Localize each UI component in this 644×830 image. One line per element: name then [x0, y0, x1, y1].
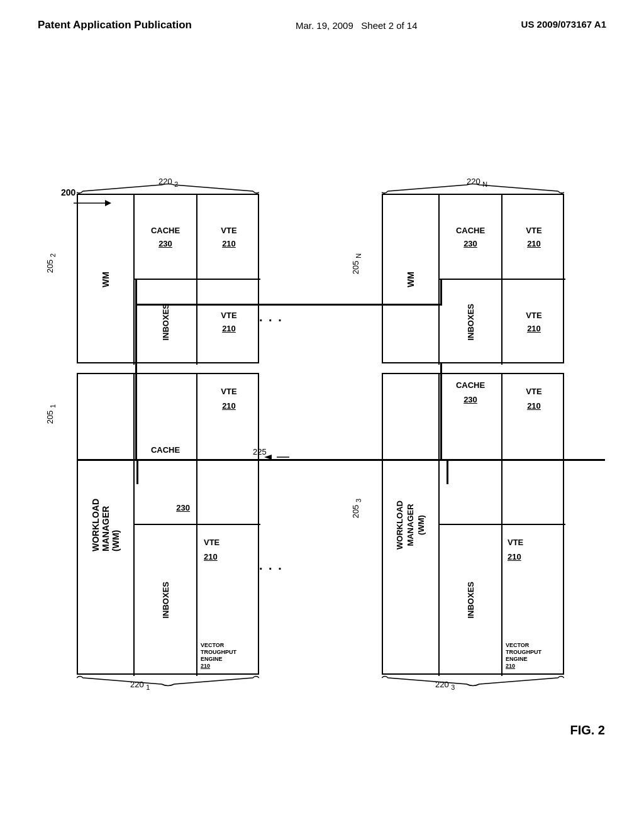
- vte-ref-1-bot: 210: [204, 552, 218, 562]
- bus-connector-left: [136, 459, 138, 484]
- cache-cell-2: CACHE 230: [135, 195, 197, 280]
- top-half-N-top: CACHE 230 VTE 210: [440, 195, 565, 280]
- patent-number: US 2009/073167 A1: [521, 19, 606, 30]
- cache-label-2: CACHE: [151, 226, 180, 235]
- cache-ref-3: 230: [464, 395, 477, 404]
- vte-label-2-top: VTE: [221, 226, 236, 235]
- wm-label-N-top: WM: [406, 272, 416, 287]
- bottom-half-2: INBOXES VTE 210: [135, 280, 260, 365]
- right-section-1: CACHE 230 VTE 210 INBOXES VTE 210: [135, 374, 260, 676]
- right-section-N-top: CACHE 230 VTE 210 INBOXES VTE 210: [440, 195, 565, 365]
- vte-cell-N-top-r2: VTE 210: [502, 280, 565, 365]
- box-220-2: WM CACHE 230 VTE 210 INBOXES: [77, 194, 259, 363]
- label-205-3: 205 3: [351, 499, 362, 518]
- label-200: 200: [61, 187, 75, 197]
- vte-cell-2-top: VTE 210: [197, 195, 260, 280]
- vte-label-2-bot: VTE: [221, 311, 236, 320]
- vte-ref-N-top-r2: 210: [527, 324, 541, 333]
- bottom-half-N-top: INBOXES VTE 210: [440, 280, 565, 365]
- brace-220-3: [382, 675, 564, 687]
- vte-cell-N-top-r: VTE 210: [502, 195, 565, 280]
- brace-220-1: [77, 675, 259, 687]
- vte-ref-N-top-r: 210: [527, 239, 541, 248]
- vte-ref-1-top: 210: [222, 401, 236, 411]
- label-205-N: 205 N: [351, 253, 362, 274]
- dots-middle-2: · · ·: [259, 562, 283, 576]
- vte-cell-2-bot: VTE 210: [197, 280, 260, 365]
- top-half-2: CACHE 230 VTE 210: [135, 195, 260, 280]
- vte-cell-3-bot: VTE 210 VECTORTROUGHPUTENGINE210: [502, 525, 565, 676]
- svg-marker-3: [264, 455, 272, 460]
- vte-label-1-top: VTE: [221, 387, 236, 396]
- inboxes-label-2: INBOXES: [161, 304, 170, 341]
- vte-cell-3-top: VTE 210: [502, 374, 565, 525]
- top-half-3: CACHE 230 VTE 210: [440, 374, 565, 525]
- wm-column-1: WORKLOADMANAGER(WM): [78, 374, 135, 676]
- cache-label-N-top: CACHE: [456, 226, 485, 235]
- cache-ref-1: 230: [176, 503, 190, 512]
- vte-ref-2-top: 210: [222, 239, 236, 248]
- cache-ref-N-top: 230: [464, 239, 477, 248]
- cache-cell-3: CACHE 230: [440, 374, 502, 525]
- diagram-area: FIG. 2 205 1 200 WORKLOADMANAGER(WM) CAC…: [39, 71, 605, 763]
- box-220-1: WORKLOADMANAGER(WM) CACHE 230 VTE 210: [77, 373, 259, 675]
- cache-cell-1: CACHE 230: [135, 374, 197, 525]
- bus-vert-left-1: [135, 304, 137, 461]
- cache-cell-N-top: CACHE 230: [440, 195, 502, 280]
- top-half-1: CACHE 230 VTE 210: [135, 374, 260, 525]
- wm-column-N-top: WM: [383, 195, 440, 365]
- vte-cell-1-top: VTE 210: [197, 374, 260, 525]
- brace-220-N-top: [382, 183, 564, 194]
- right-section-3: CACHE 230 VTE 210 INBOXES VTE 210 VECTOR…: [440, 374, 565, 676]
- vte-full-label-1: VECTORTROUGHPUTENGINE210: [201, 642, 236, 669]
- box-220-N-top: WM CACHE 230 VTE 210 INBOXES VTE: [382, 194, 564, 363]
- inboxes-label-3: INBOXES: [466, 582, 475, 619]
- label-205-1: 205 1: [45, 404, 57, 424]
- page-header: Patent Application Publication Mar. 19, …: [0, 0, 644, 33]
- vte-cell-1-bot: VTE 210 VECTORTROUGHPUTENGINE210: [197, 525, 260, 676]
- fig-label: FIG. 2: [570, 723, 605, 738]
- top-bus-line: [135, 304, 442, 306]
- bottom-half-3: INBOXES VTE 210 VECTORTROUGHPUTENGINE210: [440, 525, 565, 676]
- brace-220-2: [77, 183, 259, 194]
- vte-label-3-bot: VTE: [508, 538, 523, 547]
- sheet-info: Mar. 19, 2009 Sheet 2 of 14: [296, 19, 418, 33]
- vte-label-N-top-r: VTE: [526, 226, 541, 235]
- conn-220-2-bus: [135, 280, 137, 305]
- inboxes-cell-1: INBOXES: [135, 525, 197, 676]
- inboxes-cell-2: INBOXES: [135, 280, 197, 365]
- inboxes-cell-N-top: INBOXES: [440, 280, 502, 365]
- dots-middle: · · ·: [259, 313, 283, 328]
- vte-ref-2-bot: 210: [222, 324, 236, 333]
- vte-label-3-top: VTE: [526, 387, 541, 396]
- arrow-225: [258, 453, 289, 462]
- conn-220-N-bus: [440, 280, 442, 305]
- vte-ref-3-top: 210: [527, 401, 541, 411]
- cache-label-1: CACHE: [151, 445, 180, 454]
- wm-column-3: WORKLOADMANAGER(WM): [383, 374, 440, 676]
- vte-ref-3-bot: 210: [508, 552, 521, 562]
- label-205-2: 205 2: [45, 253, 57, 273]
- wm-label-2: WM: [101, 272, 111, 287]
- inboxes-label-1: INBOXES: [161, 582, 170, 619]
- wm-column-2: WM: [78, 195, 135, 365]
- vte-label-1-bot: VTE: [204, 538, 219, 547]
- bus-vert-right-1: [440, 363, 442, 461]
- wm-label-1: WORKLOADMANAGER(WM): [91, 499, 121, 551]
- right-section-2: CACHE 230 VTE 210 INBOXES VTE 210: [135, 195, 260, 365]
- wm-label-3: WORKLOADMANAGER(WM): [395, 501, 427, 550]
- vte-full-label-3: VECTORTROUGHPUTENGINE210: [506, 642, 541, 669]
- inboxes-cell-3: INBOXES: [440, 525, 502, 676]
- box-220-3: WORKLOADMANAGER(WM) CACHE 230 VTE 210 IN…: [382, 373, 564, 675]
- publication-title: Patent Application Publication: [38, 19, 192, 31]
- bottom-half-1: INBOXES VTE 210 VECTORTROUGHPUTENGINE210: [135, 525, 260, 676]
- inboxes-label-N-top: INBOXES: [466, 304, 475, 341]
- vte-label-N-top-r2: VTE: [526, 311, 541, 320]
- cache-label-3: CACHE: [456, 380, 485, 390]
- cache-ref-2: 230: [158, 239, 172, 248]
